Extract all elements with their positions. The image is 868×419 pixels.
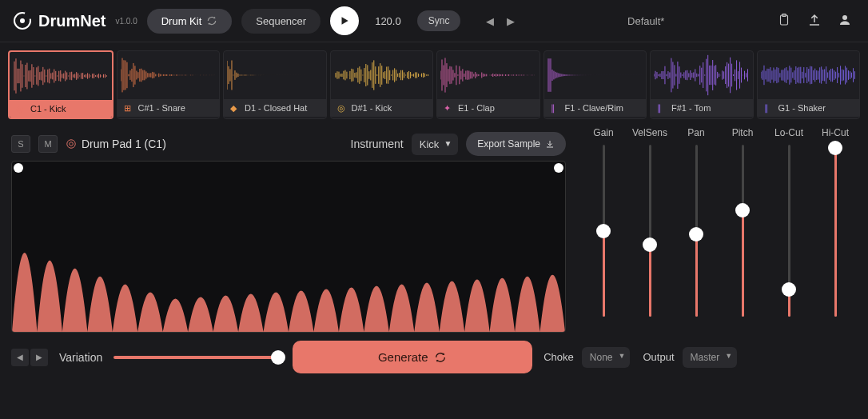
slider-thumb[interactable]: [689, 227, 703, 241]
vertical-slider[interactable]: [834, 145, 837, 317]
pad-type-icon: ⊞: [124, 103, 133, 113]
slider-thumb[interactable]: [596, 224, 611, 238]
svg-point-4: [842, 15, 847, 20]
pad-label: ◆D1 - Closed Hat: [224, 99, 326, 117]
start-handle[interactable]: [14, 163, 23, 173]
variation-thumb[interactable]: [271, 350, 285, 365]
pad-label: ✦E1 - Clap: [437, 99, 540, 117]
choke-select[interactable]: None▼: [582, 347, 631, 368]
pad-g1[interactable]: ∥G1 - Shaker: [757, 50, 861, 119]
svg-point-6: [70, 142, 74, 146]
clipboard-icon: [777, 13, 791, 27]
logo: DrumNet v1.0.0: [13, 11, 137, 30]
slider-label: VelSens: [632, 127, 667, 138]
user-button[interactable]: [834, 10, 855, 33]
vertical-slider[interactable]: [788, 145, 790, 317]
pad-c1[interactable]: ◎C1 - Kick: [8, 50, 113, 119]
tab-sequencer[interactable]: Sequencer: [241, 9, 321, 34]
user-icon: [838, 13, 852, 27]
variation-next-button[interactable]: ▶: [30, 349, 48, 366]
pad-waveform: [651, 51, 753, 99]
slider-locut: Lo-Cut: [767, 127, 810, 333]
sync-button[interactable]: Sync: [417, 10, 461, 31]
pad-type-icon: ∥: [764, 103, 774, 113]
waveform-display[interactable]: [11, 161, 566, 333]
slider-label: Pan: [687, 127, 704, 138]
preset-prev-button[interactable]: ◀: [483, 12, 497, 30]
export-sample-button[interactable]: Export Sample: [466, 132, 566, 156]
download-icon: [545, 139, 555, 149]
pad-type-icon: ◎: [337, 103, 347, 113]
pad-csharp1[interactable]: ⊞C#1 - Snare: [117, 50, 221, 119]
slider-label: Hi-Cut: [822, 127, 849, 138]
preset-menu-button[interactable]: [774, 10, 794, 33]
pad-label: ∥G1 - Shaker: [758, 99, 860, 117]
solo-button[interactable]: S: [11, 135, 30, 153]
pad-type-icon: ◎: [16, 104, 26, 114]
vertical-slider[interactable]: [649, 145, 651, 317]
tab-drum-kit[interactable]: Drum Kit: [147, 9, 233, 34]
end-handle[interactable]: [554, 163, 563, 173]
output-label: Output: [643, 351, 674, 363]
variation-prev-button[interactable]: ◀: [11, 349, 29, 366]
pad-dsharp1[interactable]: ◎D#1 - Kick: [330, 50, 434, 119]
target-icon: [66, 138, 77, 150]
generate-button[interactable]: Generate: [293, 341, 532, 373]
slider-thumb[interactable]: [643, 237, 657, 252]
app-name: DrumNet: [38, 12, 106, 30]
play-button[interactable]: [330, 6, 359, 35]
editor: S M Drum Pad 1 (C1) Instrument Kick▼ Exp…: [0, 127, 868, 333]
preset-nav: ◀ ▶: [483, 12, 518, 30]
bpm-display[interactable]: 120.0: [368, 12, 408, 30]
editor-left: S M Drum Pad 1 (C1) Instrument Kick▼ Exp…: [11, 127, 566, 333]
pad-label: ◎C1 - Kick: [10, 100, 112, 118]
preset-next-button[interactable]: ▶: [504, 12, 518, 30]
pad-label: ∥F1 - Clave/Rim: [544, 99, 647, 117]
pad-label: ◎D#1 - Kick: [331, 99, 433, 117]
pad-waveform: [224, 51, 326, 99]
slider-label: Pitch: [732, 127, 754, 138]
pad-waveform: [331, 51, 433, 99]
svg-point-5: [67, 140, 76, 149]
refresh-icon: [206, 15, 217, 26]
pad-type-icon: ◆: [230, 103, 240, 113]
variation-label: Variation: [59, 351, 102, 364]
slider-thumb[interactable]: [782, 282, 796, 297]
slider-pan: Pan: [675, 127, 718, 333]
pads-row: ◎C1 - Kick⊞C#1 - Snare◆D1 - Closed Hat◎D…: [0, 42, 868, 127]
mute-button[interactable]: M: [38, 135, 58, 153]
choke-label: Choke: [543, 351, 574, 363]
vertical-slider[interactable]: [695, 145, 698, 317]
variation-slider[interactable]: [113, 356, 281, 359]
slider-velsens: VelSens: [628, 127, 671, 333]
output-controls: Choke None▼ Output Master▼: [543, 347, 737, 368]
pad-waveform: [758, 51, 860, 99]
variation-nav: ◀ ▶: [11, 349, 48, 366]
vertical-slider[interactable]: [742, 145, 744, 317]
knobs-panel: GainVelSensPanPitchLo-CutHi-Cut: [575, 127, 857, 333]
pad-d1[interactable]: ◆D1 - Closed Hat: [223, 50, 327, 119]
pad-waveform: [117, 51, 220, 99]
logo-icon: [13, 11, 32, 30]
pad-e1[interactable]: ✦E1 - Clap: [436, 50, 540, 119]
app-version: v1.0.0: [115, 17, 137, 26]
pad-fsharp1[interactable]: ∥F#1 - Tom: [650, 50, 754, 119]
pad-f1[interactable]: ∥F1 - Clave/Rim: [543, 50, 647, 119]
output-select[interactable]: Master▼: [683, 347, 738, 368]
slider-thumb[interactable]: [735, 203, 750, 217]
preset-name[interactable]: Default*: [528, 15, 764, 27]
play-icon: [339, 15, 350, 26]
slider-thumb[interactable]: [828, 141, 842, 155]
pad-type-icon: ∥: [551, 103, 560, 113]
upload-button[interactable]: [804, 10, 825, 33]
editor-toolbar: S M Drum Pad 1 (C1) Instrument Kick▼ Exp…: [11, 127, 566, 161]
instrument-label: Instrument: [351, 138, 404, 150]
vertical-slider[interactable]: [603, 145, 605, 317]
pad-title: Drum Pad 1 (C1): [66, 138, 166, 150]
instrument-select[interactable]: Kick▼: [412, 134, 459, 155]
svg-point-1: [20, 18, 25, 23]
pad-waveform: [10, 52, 112, 100]
pad-label: ∥F#1 - Tom: [651, 99, 753, 117]
slider-gain: Gain: [582, 127, 625, 333]
slider-pitch: Pitch: [721, 127, 764, 333]
